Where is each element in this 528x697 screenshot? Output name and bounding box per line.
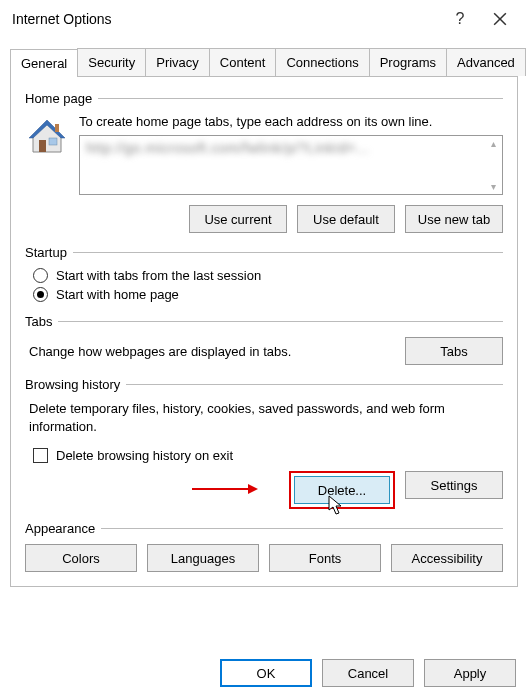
radio-icon (33, 268, 48, 283)
use-current-button[interactable]: Use current (189, 205, 287, 233)
appearance-group-label: Appearance (25, 521, 95, 536)
window-title: Internet Options (12, 11, 440, 27)
use-new-tab-button[interactable]: Use new tab (405, 205, 503, 233)
homepage-group-label: Home page (25, 91, 92, 106)
tab-general[interactable]: General (10, 49, 78, 77)
checkbox-icon (33, 448, 48, 463)
radio-icon (33, 287, 48, 302)
svg-marker-8 (248, 484, 258, 494)
startup-group-label: Startup (25, 245, 67, 260)
svg-rect-4 (39, 140, 46, 152)
settings-button[interactable]: Settings (405, 471, 503, 499)
tabs-button[interactable]: Tabs (405, 337, 503, 365)
cancel-button[interactable]: Cancel (322, 659, 414, 687)
scroll-down-icon[interactable]: ▾ (486, 181, 500, 192)
delete-on-exit-checkbox[interactable]: Delete browsing history on exit (33, 448, 503, 463)
tab-advanced[interactable]: Advanced (446, 48, 526, 76)
annotation-highlight: Delete... (289, 471, 395, 509)
tab-programs[interactable]: Programs (369, 48, 447, 76)
radio-home-page[interactable]: Start with home page (33, 287, 503, 302)
tabs-group-label: Tabs (25, 314, 52, 329)
radio-label: Start with tabs from the last session (56, 268, 261, 283)
fonts-button[interactable]: Fonts (269, 544, 381, 572)
svg-rect-5 (49, 138, 57, 145)
tab-security[interactable]: Security (77, 48, 146, 76)
browsing-history-group: Browsing history Delete temporary files,… (25, 377, 503, 509)
homepage-group: Home page To create home page tabs, type… (25, 91, 503, 233)
tab-strip: General Security Privacy Content Connect… (10, 48, 518, 77)
checkbox-label: Delete browsing history on exit (56, 448, 233, 463)
tab-privacy[interactable]: Privacy (145, 48, 210, 76)
radio-label: Start with home page (56, 287, 179, 302)
svg-rect-6 (55, 124, 59, 132)
general-panel: Home page To create home page tabs, type… (10, 77, 518, 587)
browsing-history-group-label: Browsing history (25, 377, 120, 392)
tabs-group: Tabs Change how webpages are displayed i… (25, 314, 503, 365)
apply-button[interactable]: Apply (424, 659, 516, 687)
help-button[interactable]: ? (440, 4, 480, 34)
tabs-description: Change how webpages are displayed in tab… (25, 344, 393, 359)
colors-button[interactable]: Colors (25, 544, 137, 572)
radio-last-session[interactable]: Start with tabs from the last session (33, 268, 503, 283)
use-default-button[interactable]: Use default (297, 205, 395, 233)
annotation-arrow (190, 481, 260, 500)
home-icon (25, 114, 69, 158)
appearance-group: Appearance Colors Languages Fonts Access… (25, 521, 503, 572)
delete-button[interactable]: Delete... (294, 476, 390, 504)
scrollbar[interactable]: ▴ ▾ (486, 138, 500, 192)
startup-group: Startup Start with tabs from the last se… (25, 245, 503, 302)
browsing-history-description: Delete temporary files, history, cookies… (25, 400, 503, 444)
title-bar: Internet Options ? (0, 0, 528, 38)
homepage-url-input[interactable]: http://go.microsoft.com/fwlink/p/?LinkId… (79, 135, 503, 195)
languages-button[interactable]: Languages (147, 544, 259, 572)
dialog-footer: OK Cancel Apply (220, 659, 516, 687)
close-button[interactable] (480, 4, 520, 34)
ok-button[interactable]: OK (220, 659, 312, 687)
tab-connections[interactable]: Connections (275, 48, 369, 76)
tab-content[interactable]: Content (209, 48, 277, 76)
homepage-description: To create home page tabs, type each addr… (79, 114, 503, 129)
accessibility-button[interactable]: Accessibility (391, 544, 503, 572)
scroll-up-icon[interactable]: ▴ (486, 138, 500, 149)
